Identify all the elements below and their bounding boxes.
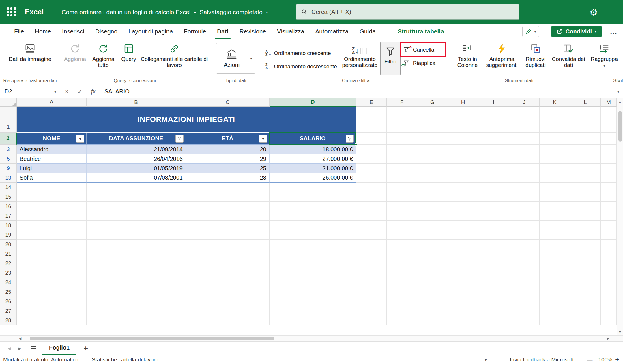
cell-F13[interactable] xyxy=(387,173,417,183)
cell-C20[interactable] xyxy=(186,240,270,249)
cell-J26[interactable] xyxy=(509,297,540,306)
cell-A18[interactable] xyxy=(17,221,87,230)
cell-H24[interactable] xyxy=(448,278,478,287)
cell-H9[interactable] xyxy=(448,164,478,173)
cell-K27[interactable] xyxy=(540,306,570,316)
cell-F3[interactable] xyxy=(387,145,417,154)
cell-C18[interactable] xyxy=(186,221,270,230)
cell-M14[interactable] xyxy=(601,183,617,192)
separa-button[interactable]: Separa xyxy=(619,41,623,62)
row-header-22[interactable]: 22 xyxy=(0,259,17,268)
raggruppa-button[interactable]: Raggruppa ▾ xyxy=(590,41,619,69)
testo-in-colonne-button[interactable]: Testo in Colonne xyxy=(452,41,483,68)
cell-A23[interactable] xyxy=(17,268,87,278)
expand-formula-bar-icon[interactable]: ▾ xyxy=(617,89,619,94)
tab-formule[interactable]: Formule xyxy=(178,24,212,39)
cell-F22[interactable] xyxy=(387,259,417,268)
column-header-C[interactable]: C xyxy=(186,98,270,107)
cell-J2[interactable] xyxy=(509,133,540,145)
cell-B13[interactable]: 07/08/2001 xyxy=(87,173,186,183)
document-title[interactable]: Come ordinare i dati in un foglio di cal… xyxy=(61,9,268,16)
cell-L27[interactable] xyxy=(570,306,601,316)
cell-J15[interactable] xyxy=(509,192,540,202)
cell-A15[interactable] xyxy=(17,192,87,202)
cell-B16[interactable] xyxy=(87,202,186,211)
cell-L16[interactable] xyxy=(570,202,601,211)
cell-B18[interactable] xyxy=(87,221,186,230)
row-header-19[interactable]: 19 xyxy=(0,230,17,240)
column-header-L[interactable]: L xyxy=(570,98,601,107)
cell-C27[interactable] xyxy=(186,306,270,316)
horizontal-scrollbar-thumb[interactable] xyxy=(30,337,274,340)
tab-guida[interactable]: Guida xyxy=(354,24,381,39)
share-button[interactable]: Condividi ▾ xyxy=(551,26,602,37)
cell-D22[interactable] xyxy=(270,259,356,268)
cell-E20[interactable] xyxy=(356,240,387,249)
cell-K21[interactable] xyxy=(540,249,570,259)
cell-J19[interactable] xyxy=(509,230,540,240)
cell-M17[interactable] xyxy=(601,211,617,221)
cell-L26[interactable] xyxy=(570,297,601,306)
tab-automatizza[interactable]: Automatizza xyxy=(310,24,354,39)
formula-bar-value[interactable]: SALARIO xyxy=(104,88,130,95)
cell-J24[interactable] xyxy=(509,278,540,287)
cell-G25[interactable] xyxy=(417,287,448,297)
cell-K5[interactable] xyxy=(540,154,570,164)
cell-D5[interactable]: 27.000,00 € xyxy=(270,154,356,164)
cell-M1[interactable] xyxy=(601,107,617,133)
row-header-25[interactable]: 25 xyxy=(0,287,17,297)
cell-C26[interactable] xyxy=(186,297,270,306)
cell-B5[interactable]: 26/04/2016 xyxy=(87,154,186,164)
cancella-button[interactable]: × Cancella xyxy=(401,44,450,55)
cell-L19[interactable] xyxy=(570,230,601,240)
cell-L21[interactable] xyxy=(570,249,601,259)
cell-J20[interactable] xyxy=(509,240,540,249)
cell-A27[interactable] xyxy=(17,306,87,316)
cell-E15[interactable] xyxy=(356,192,387,202)
cell-H27[interactable] xyxy=(448,306,478,316)
cell-A20[interactable] xyxy=(17,240,87,249)
cell-A14[interactable] xyxy=(17,183,87,192)
cell-F9[interactable] xyxy=(387,164,417,173)
tab-revisione[interactable]: Revisione xyxy=(234,24,272,39)
cell-K9[interactable] xyxy=(540,164,570,173)
vertical-scrollbar-thumb[interactable] xyxy=(618,111,622,142)
cell-L13[interactable] xyxy=(570,173,601,183)
cell-J23[interactable] xyxy=(509,268,540,278)
cell-K25[interactable] xyxy=(540,287,570,297)
row-header-23[interactable]: 23 xyxy=(0,268,17,278)
cell-E1[interactable] xyxy=(356,107,387,133)
rimuovi-duplicati-button[interactable]: Rimuovi duplicati xyxy=(521,41,550,68)
column-header-J[interactable]: J xyxy=(509,98,540,107)
cell-H19[interactable] xyxy=(448,230,478,240)
cell-E27[interactable] xyxy=(356,306,387,316)
cell-I28[interactable] xyxy=(478,316,509,325)
cell-G18[interactable] xyxy=(417,221,448,230)
cell-I17[interactable] xyxy=(478,211,509,221)
cell-M22[interactable] xyxy=(601,259,617,268)
cell-A9[interactable]: Luigi xyxy=(17,164,87,173)
cell-I9[interactable] xyxy=(478,164,509,173)
cell-E14[interactable] xyxy=(356,183,387,192)
cell-E28[interactable] xyxy=(356,316,387,325)
cell-A16[interactable] xyxy=(17,202,87,211)
filter-dropdown-icon[interactable]: ▾ xyxy=(76,135,84,143)
cell-G16[interactable] xyxy=(417,202,448,211)
row-header-14[interactable]: 14 xyxy=(0,183,17,192)
query-button[interactable]: Query xyxy=(118,41,140,62)
cell-B3[interactable]: 21/09/2014 xyxy=(87,145,186,154)
cell-F23[interactable] xyxy=(387,268,417,278)
cell-D25[interactable] xyxy=(270,287,356,297)
cell-K16[interactable] xyxy=(540,202,570,211)
cell-K18[interactable] xyxy=(540,221,570,230)
row-header-9[interactable]: 9 xyxy=(0,164,17,173)
tab-inserisci[interactable]: Inserisci xyxy=(57,24,90,39)
cell-H1[interactable] xyxy=(448,107,478,133)
add-sheet-button[interactable]: + xyxy=(83,344,88,353)
cell-B22[interactable] xyxy=(87,259,186,268)
cell-G2[interactable] xyxy=(417,133,448,145)
cell-H26[interactable] xyxy=(448,297,478,306)
cell-M5[interactable] xyxy=(601,154,617,164)
row-header-21[interactable]: 21 xyxy=(0,249,17,259)
tab-file[interactable]: File xyxy=(9,24,29,39)
